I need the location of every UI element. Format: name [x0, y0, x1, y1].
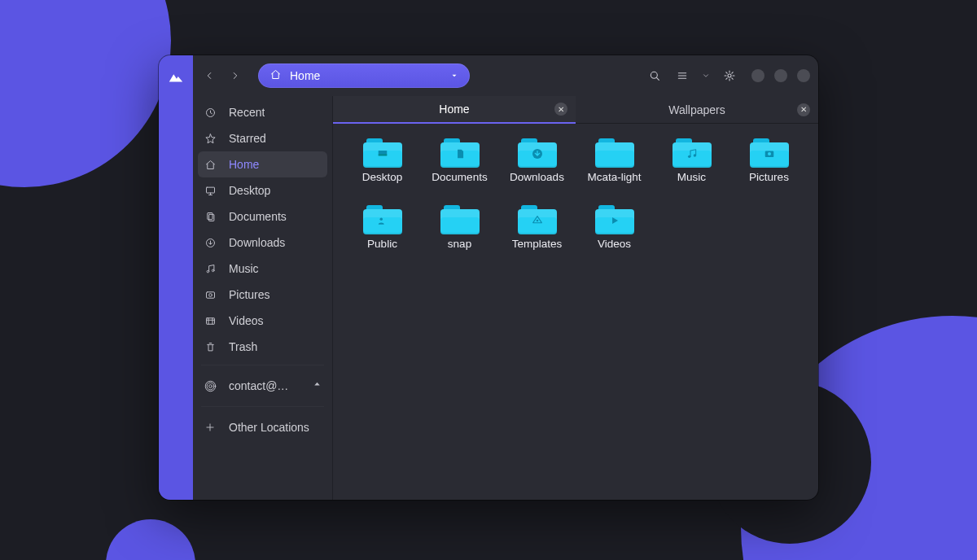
- path-bar[interactable]: Home: [258, 63, 470, 88]
- window-close-button[interactable]: [797, 69, 810, 82]
- folder-label: Videos: [598, 238, 631, 250]
- desktop-icon: [203, 185, 217, 197]
- folder-music[interactable]: Music: [654, 138, 729, 202]
- folder-label: snap: [448, 238, 471, 250]
- folder-label: Music: [677, 171, 706, 183]
- path-label: Home: [290, 69, 320, 82]
- svg-point-13: [207, 383, 214, 390]
- clock-icon: [203, 107, 217, 119]
- sidebar-item-label: Recent: [229, 106, 265, 119]
- documents-icon: [203, 211, 217, 223]
- folder-label: Templates: [512, 238, 563, 250]
- tab-wallpapers[interactable]: Wallpapers ✕: [576, 96, 818, 124]
- plus-icon: [203, 422, 217, 433]
- folder-mcata-light[interactable]: Mcata-light: [576, 138, 652, 202]
- folder-downloads[interactable]: Downloads: [499, 138, 575, 202]
- svg-rect-4: [207, 212, 212, 219]
- sidebar: Recent Starred Home Desktop Documents: [193, 96, 333, 500]
- sidebar-item-videos[interactable]: Videos: [193, 308, 332, 334]
- path-dropdown-icon[interactable]: [450, 69, 458, 82]
- folder-videos[interactable]: Videos: [576, 205, 652, 269]
- folder-snap[interactable]: snap: [422, 205, 497, 269]
- svg-point-7: [207, 270, 209, 273]
- sidebar-item-documents[interactable]: Documents: [193, 203, 332, 230]
- svg-point-21: [767, 152, 770, 155]
- downloads-icon: [203, 237, 217, 249]
- music-icon: [203, 263, 217, 275]
- videos-icon: [203, 315, 217, 327]
- folder-icon: [363, 205, 402, 234]
- tab-close-button[interactable]: ✕: [554, 103, 567, 116]
- sidebar-item-label: Trash: [229, 340, 257, 353]
- folder-icon: [363, 138, 402, 168]
- folder-label: Documents: [432, 171, 487, 183]
- folder-icon: [440, 205, 480, 234]
- sidebar-item-label: Music: [229, 262, 259, 275]
- folder-icon: [518, 205, 557, 234]
- star-icon: [203, 133, 217, 145]
- sidebar-item-label: Pictures: [229, 288, 270, 301]
- tab-label: Wallpapers: [668, 103, 725, 116]
- sidebar-item-trash[interactable]: Trash: [193, 334, 332, 360]
- svg-point-19: [693, 154, 695, 156]
- icon-grid: Desktop Documents Downloads Mcata-light: [333, 124, 818, 500]
- pictures-icon: [203, 289, 217, 301]
- sidebar-item-downloads[interactable]: Downloads: [193, 230, 332, 256]
- forward-button[interactable]: [224, 63, 247, 88]
- sidebar-item-pictures[interactable]: Pictures: [193, 282, 332, 308]
- sidebar-item-label: Desktop: [229, 184, 270, 197]
- sidebar-item-label: contact@…: [229, 379, 288, 392]
- svg-point-8: [212, 269, 214, 272]
- tab-label: Home: [439, 103, 469, 116]
- bg-blob: [0, 0, 171, 187]
- hamburger-menu-button[interactable]: [717, 63, 742, 88]
- folder-label: Desktop: [362, 171, 403, 183]
- sidebar-item-label: Home: [229, 158, 259, 171]
- svg-point-0: [651, 72, 657, 78]
- folder-templates[interactable]: Templates: [499, 205, 575, 269]
- mountains-logo-icon: [167, 68, 185, 89]
- view-list-button[interactable]: [670, 63, 694, 88]
- sidebar-item-network-mount[interactable]: contact@…: [193, 370, 332, 401]
- folder-documents[interactable]: Documents: [422, 138, 497, 202]
- tab-close-button[interactable]: ✕: [797, 103, 810, 116]
- content-area: Home ✕ Wallpapers ✕ Desktop: [333, 96, 818, 500]
- sidebar-item-starred[interactable]: Starred: [193, 125, 332, 151]
- back-button[interactable]: [198, 63, 221, 88]
- window-maximize-button[interactable]: [774, 69, 787, 82]
- folder-icon: [440, 138, 480, 168]
- view-dropdown-button[interactable]: [698, 63, 714, 88]
- sidebar-item-other-locations[interactable]: Other Locations: [193, 412, 332, 443]
- sidebar-item-label: Documents: [229, 210, 287, 223]
- svg-rect-9: [206, 291, 214, 298]
- folder-label: Downloads: [510, 171, 564, 183]
- tab-bar: Home ✕ Wallpapers ✕: [333, 96, 818, 124]
- divider: [201, 406, 324, 407]
- folder-label: Pictures: [749, 171, 789, 183]
- folder-desktop[interactable]: Desktop: [344, 138, 420, 202]
- tab-home[interactable]: Home ✕: [333, 96, 576, 124]
- trash-icon: [203, 341, 217, 353]
- folder-icon: [750, 138, 789, 168]
- sidebar-item-desktop[interactable]: Desktop: [193, 177, 332, 203]
- sidebar-item-home[interactable]: Home: [198, 151, 327, 177]
- svg-rect-11: [206, 317, 214, 324]
- svg-rect-3: [206, 187, 214, 193]
- sidebar-item-recent[interactable]: Recent: [193, 99, 332, 125]
- folder-public[interactable]: Public: [344, 205, 420, 269]
- home-icon: [203, 159, 217, 171]
- svg-point-18: [688, 155, 690, 158]
- folder-pictures[interactable]: Pictures: [731, 138, 807, 202]
- window-minimize-button[interactable]: [751, 69, 765, 82]
- eject-icon[interactable]: [312, 379, 322, 392]
- folder-label: Public: [367, 238, 397, 250]
- sidebar-item-music[interactable]: Music: [193, 256, 332, 282]
- search-button[interactable]: [642, 63, 667, 88]
- svg-point-1: [728, 74, 731, 77]
- home-icon: [269, 68, 282, 83]
- svg-rect-16: [378, 155, 387, 156]
- file-manager-window: Home: [159, 55, 818, 500]
- sidebar-item-label: Other Locations: [229, 421, 309, 434]
- divider: [201, 365, 324, 365]
- activities-ribbon[interactable]: [159, 55, 193, 500]
